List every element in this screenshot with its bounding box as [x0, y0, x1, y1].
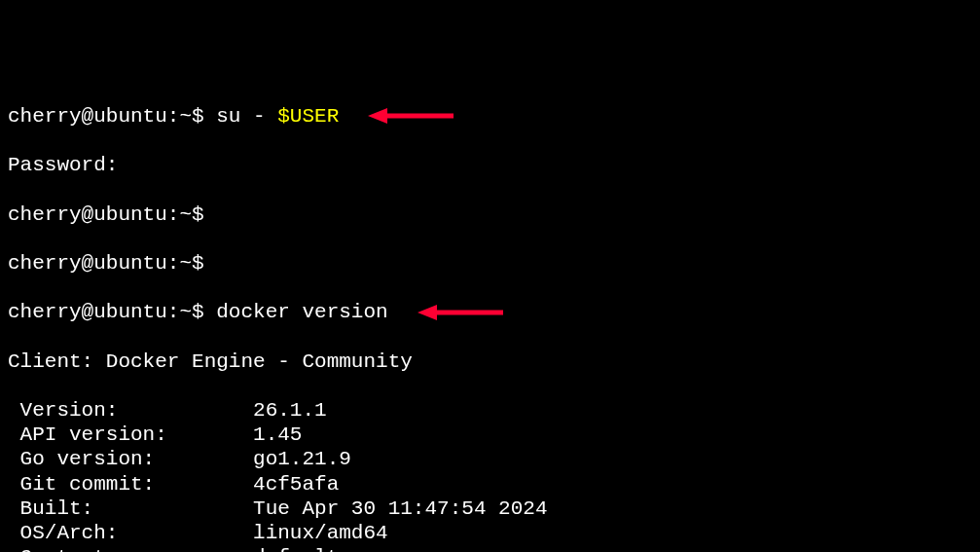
client-value: default: [253, 545, 339, 552]
client-key: Built:: [8, 497, 253, 521]
su-command-part1: su -: [216, 104, 277, 129]
client-row: Context: default: [8, 545, 972, 552]
client-key: Go version:: [8, 447, 253, 471]
terminal-line-su: cherry@ubuntu:~$ su - $USER: [8, 104, 972, 129]
client-value: 26.1.1: [253, 398, 327, 423]
annotation-arrow-icon: [417, 302, 505, 323]
client-value: 1.45: [253, 423, 302, 447]
shell-prompt-empty: cherry@ubuntu:~$: [8, 202, 972, 227]
client-row: Version: 26.1.1: [8, 398, 972, 423]
svg-marker-3: [417, 305, 437, 320]
client-value: Tue Apr 30 11:47:54 2024: [253, 497, 547, 521]
client-key: Context:: [8, 545, 253, 552]
svg-marker-1: [368, 108, 387, 124]
client-value: linux/amd64: [253, 521, 388, 545]
client-value: 4cf5afa: [253, 472, 339, 497]
client-key: Version:: [8, 398, 253, 423]
client-key: OS/Arch:: [8, 521, 253, 545]
annotation-arrow-icon: [368, 105, 455, 127]
client-row: OS/Arch: linux/amd64: [8, 521, 972, 545]
client-row: Built: Tue Apr 30 11:47:54 2024: [8, 497, 972, 521]
client-key: Git commit:: [8, 472, 253, 497]
shell-prompt: cherry@ubuntu:~$: [8, 104, 216, 129]
client-value: go1.21.9: [253, 447, 351, 471]
su-user-variable: $USER: [277, 104, 339, 129]
shell-prompt-empty: cherry@ubuntu:~$: [8, 251, 972, 276]
docker-version-command: docker version: [216, 300, 387, 324]
client-key: API version:: [8, 423, 253, 447]
terminal-line-docker: cherry@ubuntu:~$ docker version: [8, 300, 972, 324]
client-header: Client: Docker Engine - Community: [8, 350, 972, 374]
client-row: API version: 1.45: [8, 423, 972, 447]
client-info-block: Version: 26.1.1 API version: 1.45 Go ver…: [8, 398, 972, 552]
client-row: Git commit: 4cf5afa: [8, 472, 972, 497]
password-prompt: Password:: [8, 153, 972, 177]
shell-prompt: cherry@ubuntu:~$: [8, 300, 216, 324]
client-row: Go version: go1.21.9: [8, 447, 972, 471]
